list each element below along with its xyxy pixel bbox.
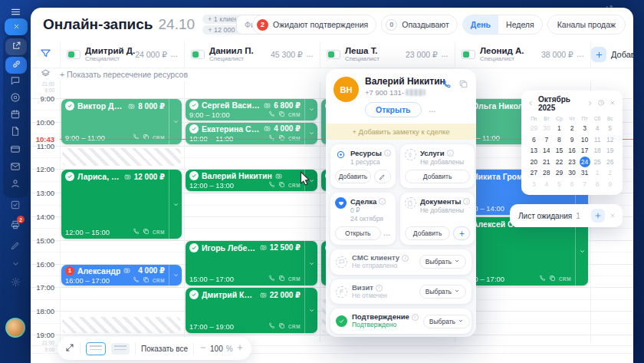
event-card[interactable]: Игорь Лебедев12 500 ₽15:00 – 17:00CRM: [186, 241, 317, 286]
event-expand-chevron[interactable]: [575, 217, 588, 285]
add-specialist-button[interactable]: Добавить: [590, 41, 633, 68]
pencil-icon[interactable]: [0, 240, 31, 254]
calendar-day[interactable]: 28: [540, 167, 554, 179]
calendar-day[interactable]: 26: [603, 157, 616, 168]
gear-icon[interactable]: [0, 276, 31, 290]
expand-icon[interactable]: [65, 342, 74, 355]
specialist-toggle[interactable]: [327, 50, 340, 59]
event-card[interactable]: Екатерина Смирнова4 000 ₽10:00 – 11:00CR…: [186, 123, 317, 144]
calendar-day[interactable]: 11: [591, 134, 604, 146]
filter-funnel-icon[interactable]: [31, 41, 60, 68]
calendar-day[interactable]: 3: [578, 123, 591, 134]
calendar-day[interactable]: 23: [566, 157, 579, 168]
calendar-day[interactable]: 18: [591, 145, 604, 157]
calendar-prev-icon[interactable]: [527, 100, 534, 108]
layers-icon[interactable]: [31, 68, 60, 81]
event-card[interactable]: Виктор Добров8 000 ₽9:00 – 11:00CRM: [61, 99, 182, 144]
specialist-toggle[interactable]: [191, 50, 205, 59]
zoom-out-icon[interactable]: [199, 344, 207, 353]
calendar-day-selected[interactable]: 24: [580, 157, 590, 167]
popup-card-button[interactable]: Добавить: [335, 170, 371, 183]
event-card[interactable]: Валерий Никитин12:00 – 13:00CRM: [186, 170, 317, 191]
card-icon[interactable]: [0, 144, 31, 157]
pending-confirmation-pill[interactable]: 2 Ожидают подтверждения: [252, 15, 376, 35]
calendar-next-icon[interactable]: [586, 100, 593, 108]
chat-icon[interactable]: [0, 75, 31, 89]
check-square-icon[interactable]: [0, 200, 31, 213]
calendar-day[interactable]: 6: [566, 179, 579, 190]
calendar-day[interactable]: 19: [603, 145, 616, 157]
show-intersections-link[interactable]: + Показать пересечение ресурсов: [60, 70, 188, 79]
settings-nut-icon[interactable]: [0, 92, 31, 106]
event-expand-chevron[interactable]: [169, 99, 182, 144]
specialist-more-icon[interactable]: [171, 50, 178, 59]
calendar-day[interactable]: 20: [527, 157, 540, 168]
event-card[interactable]: 1Александр4 000 ₽16:00 – 17:00CRM: [61, 265, 182, 286]
calendar-day[interactable]: 5: [603, 123, 616, 134]
calendar-day[interactable]: 16: [566, 145, 579, 157]
tab-week[interactable]: Неделя: [498, 15, 542, 34]
calendar-day[interactable]: 21: [540, 157, 554, 168]
calendar-day[interactable]: 17: [578, 145, 591, 157]
document-icon[interactable]: [0, 126, 31, 140]
layout-compact-toggle[interactable]: [86, 342, 106, 355]
calendar-day[interactable]: 4: [591, 123, 604, 134]
specialist-header-3[interactable]: Леша Т.Специалист23 000 ₽: [320, 41, 455, 68]
calendar-day[interactable]: 7: [540, 134, 554, 146]
event-card[interactable]: Лариса, ул. Лефорт…12 000 ₽12:00 – 15:00…: [61, 170, 182, 238]
specialist-more-icon[interactable]: [577, 50, 584, 59]
more-icon[interactable]: [384, 229, 391, 238]
calendar-day[interactable]: 4: [540, 179, 554, 190]
popup-card-button[interactable]: Добавить: [405, 170, 470, 183]
popup-card-button[interactable]: Открыть: [335, 226, 381, 240]
user-icon[interactable]: [0, 178, 31, 192]
share-icon[interactable]: [5, 38, 27, 55]
event-expand-chevron[interactable]: [304, 123, 317, 144]
open-client-button[interactable]: Открыть: [365, 102, 422, 117]
calendar-day[interactable]: 6: [527, 134, 540, 146]
sales-channels-button[interactable]: Каналы продаж: [547, 15, 626, 35]
calendar-day[interactable]: 14: [540, 145, 554, 157]
avatar[interactable]: [5, 318, 25, 338]
event-expand-chevron[interactable]: [304, 288, 317, 333]
client-more-icon[interactable]: [429, 105, 436, 114]
event-expand-chevron[interactable]: [169, 265, 182, 286]
calendar-day[interactable]: 7: [578, 179, 591, 190]
select-button[interactable]: Выбрать: [423, 315, 470, 328]
popup-card-button[interactable]: Добавить: [405, 226, 450, 240]
specialist-toggle[interactable]: [67, 50, 80, 59]
printer-icon[interactable]: 2: [0, 219, 31, 233]
calendar-day[interactable]: 2: [566, 123, 579, 134]
calendar-day[interactable]: 22: [553, 157, 566, 168]
calendar-clock-icon[interactable]: [597, 99, 605, 108]
plus-icon[interactable]: [453, 226, 470, 240]
calendar-icon[interactable]: [0, 109, 31, 123]
add-note-bar[interactable]: + Добавить заметку к сделке: [326, 124, 476, 140]
event-expand-chevron[interactable]: [169, 170, 182, 238]
specialist-header-2[interactable]: Даниил П.Специалист45 300 ₽: [184, 41, 320, 68]
event-expand-chevron[interactable]: [304, 99, 317, 120]
copy-icon[interactable]: [458, 78, 468, 92]
close-icon[interactable]: [5, 18, 28, 35]
calendar-close-icon[interactable]: [609, 99, 616, 108]
calendar-day[interactable]: 9: [603, 179, 616, 190]
specialist-toggle[interactable]: [462, 50, 475, 59]
calendar-day[interactable]: 30: [566, 167, 579, 179]
calendar-day[interactable]: 8: [591, 179, 604, 190]
calendar-day[interactable]: 3: [527, 179, 540, 190]
calendar-day[interactable]: 10: [578, 134, 591, 146]
event-expand-chevron[interactable]: [304, 170, 317, 191]
calendar-day[interactable]: 9: [566, 134, 579, 146]
calendar-day[interactable]: 1: [591, 167, 604, 179]
show-all-button[interactable]: Показать все: [141, 345, 188, 353]
calendar-day[interactable]: 31: [578, 167, 591, 179]
calendar-day[interactable]: 5: [553, 179, 566, 190]
zoom-in-icon[interactable]: [236, 344, 244, 353]
event-card[interactable]: Дмитрий Ковалев22 000 ₽17:00 – 19:00CRM: [186, 288, 317, 333]
calendar-day[interactable]: 2: [603, 167, 616, 179]
waitlist-close-icon[interactable]: [609, 209, 616, 223]
late-pill[interactable]: 0 Опаздывают: [381, 15, 458, 35]
calendar-day[interactable]: 8: [553, 134, 566, 146]
select-button[interactable]: Выбрать: [419, 255, 466, 269]
calendar-day[interactable]: 13: [527, 145, 540, 157]
